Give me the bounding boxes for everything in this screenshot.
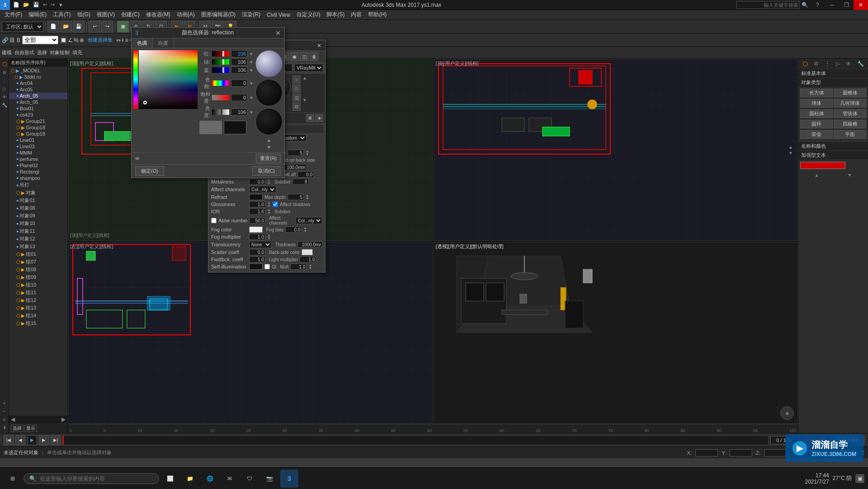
light-mult-input[interactable] — [300, 256, 316, 263]
tree-item[interactable]: ● Rectangl — [9, 169, 67, 175]
icon-create[interactable]: ⬡ — [1, 61, 8, 68]
icon-motion[interactable]: ▷ — [1, 85, 8, 92]
quick-tool-save[interactable]: 💾 — [32, 1, 41, 8]
subtool-select[interactable]: 选择 — [11, 425, 24, 432]
blue-input[interactable] — [231, 66, 247, 74]
title-search-icon[interactable]: 🔍 — [802, 2, 808, 8]
menu-create[interactable]: 创建(C) — [118, 10, 142, 19]
taskbar-file-explorer[interactable]: 📁 — [181, 470, 199, 488]
tree-scroll-left[interactable]: ◀ — [11, 416, 15, 423]
tree-item[interactable]: ⬡ ▶ 组11 — [9, 289, 67, 296]
menu-custom[interactable]: 自定义(U) — [294, 10, 323, 19]
rpanel-scroll-up[interactable]: ▲ — [815, 173, 819, 178]
rpanel-standard-header[interactable]: 标准基本体 — [798, 69, 868, 78]
fog-mult-spinner[interactable]: ▲▼ — [267, 234, 271, 240]
refract-max-depth-spinner[interactable]: ▲▼ — [306, 194, 309, 200]
abbe-checkbox[interactable] — [211, 218, 217, 223]
quick-tool-open[interactable]: 📂 — [22, 1, 31, 8]
tree-item[interactable]: ● Arc04 — [9, 80, 67, 86]
hue-slider[interactable] — [212, 80, 229, 86]
tree-item[interactable]: ● Line03 — [9, 143, 67, 150]
tree-item[interactable]: ● co423 — [9, 112, 67, 118]
animation-track[interactable] — [62, 435, 769, 445]
ior-spinner[interactable]: ▲▼ — [267, 208, 271, 215]
taskbar-mail[interactable]: ✉ — [221, 470, 239, 488]
menu-tools[interactable]: 工具(T) — [50, 10, 73, 19]
menu-content[interactable]: 内容 — [348, 10, 364, 19]
menu-modifier[interactable]: 修改器(M) — [143, 10, 173, 19]
tree-item[interactable]: ● Arch_05 — [9, 93, 67, 99]
rp-modify-icon[interactable]: ⚙ — [814, 61, 819, 67]
tree-item[interactable]: ● Arch_05 — [9, 99, 67, 105]
taskbar-show-desktop[interactable]: ▣ — [855, 474, 864, 483]
subtool-display[interactable]: 显示 — [24, 425, 37, 432]
menu-animation[interactable]: 动画(A) — [174, 10, 198, 19]
btn-teapot[interactable]: 茶壶 — [800, 130, 833, 139]
tool-align[interactable]: ⊧ — [122, 37, 124, 43]
gi-checkbox[interactable] — [264, 264, 270, 269]
taskbar-camera[interactable]: 📷 — [260, 470, 278, 488]
icon-bottom3[interactable]: ≡ — [1, 416, 8, 423]
val-expand[interactable]: ▼ — [249, 110, 254, 115]
rpanel-name-color-header[interactable]: 名称和颜色 — [798, 142, 868, 150]
tree-item[interactable]: ⬡ ▶ 组01 — [9, 250, 67, 258]
tree-item[interactable]: ● Plane02 — [9, 162, 67, 169]
rpanel-scroll-down[interactable]: ▼ — [848, 173, 852, 178]
mat-icon-custom[interactable]: ⊡ — [292, 103, 301, 111]
fwd-bck-input[interactable] — [249, 256, 265, 263]
anim-prev[interactable]: ◀ — [15, 435, 25, 445]
tool-select[interactable]: ▣ — [117, 21, 129, 33]
tool-spinner-snap[interactable]: ⊕ — [80, 37, 84, 43]
taskbar-defender[interactable]: 🛡 — [241, 470, 259, 488]
viewport-perspective[interactable]: [透视][用户定义][默认明暗处理] — [434, 242, 798, 424]
tree-scroll-right[interactable]: ▶ — [61, 416, 66, 423]
fog-mult-input[interactable] — [249, 234, 265, 240]
sub-populate[interactable]: 填充 — [72, 49, 82, 56]
mat-tool-show-hardware[interactable]: ◉ — [290, 52, 299, 61]
btn-torus[interactable]: 圆环 — [800, 120, 833, 128]
hue-expand[interactable]: ▼ — [249, 81, 254, 86]
mat-shader-select[interactable]: VRayMtl — [294, 64, 323, 72]
tree-item[interactable]: ⬡ ▶ Group18 — [9, 131, 67, 137]
tool-unlink[interactable]: ⛓ — [9, 37, 15, 43]
tree-item[interactable]: ● 对象01 — [9, 197, 67, 204]
coord-z-input[interactable] — [764, 449, 787, 456]
btn-sphere[interactable]: 球体 — [800, 99, 833, 108]
quick-tool-more[interactable]: ▼ — [57, 2, 65, 8]
metalness-spinner[interactable]: ▲▼ — [267, 179, 271, 185]
affect-shadows-checkbox[interactable] — [273, 202, 278, 207]
icon-hierarchy[interactable]: ⋮ — [1, 77, 8, 84]
restore-btn[interactable]: ❐ — [839, 0, 854, 10]
anim-next-frame[interactable]: ▶| — [51, 435, 61, 445]
refract-swatch[interactable] — [249, 194, 263, 200]
cancel-button[interactable]: 取消(C) — [252, 166, 281, 176]
mult-input[interactable] — [290, 263, 307, 270]
red-expand[interactable]: ▼ — [249, 52, 254, 56]
tree-item[interactable]: ● Line01 — [9, 137, 67, 143]
sat-expand[interactable]: ▼ — [249, 95, 254, 100]
tree-item[interactable]: ⬡ ▶ 组07 — [9, 258, 67, 266]
tool-angle-snap[interactable]: ∠ — [68, 37, 73, 43]
icon-bottom2[interactable]: − — [1, 408, 8, 415]
mat-nav-extra2[interactable]: ◈ — [315, 114, 323, 122]
quick-tool-undo[interactable]: ↩ — [42, 1, 48, 8]
tree-item[interactable]: ⬡ ▶ 组10 — [9, 281, 67, 289]
tool-open[interactable]: 📂 — [60, 21, 72, 33]
sat-input[interactable] — [231, 94, 247, 101]
anim-next[interactable]: ▶ — [39, 435, 49, 445]
tree-item[interactable]: ⬡ ▶ 组15 — [9, 320, 67, 327]
green-slider[interactable] — [212, 59, 229, 65]
rpanel-object-type-header[interactable]: 对象类型 — [798, 78, 868, 87]
preview-down[interactable]: ▼ — [266, 144, 272, 150]
btn-cone[interactable]: 圆锥体 — [834, 89, 866, 97]
close-btn[interactable]: ✕ — [854, 0, 868, 10]
menu-help[interactable]: 帮助(H) — [365, 10, 389, 19]
tool-mirror[interactable]: ⇔ — [116, 37, 121, 43]
refract-glossiness-input[interactable] — [249, 201, 265, 207]
mat-nav-extra1[interactable]: ⊠ — [306, 114, 314, 122]
menu-render[interactable]: 渲染(R) — [239, 10, 263, 19]
btn-pyramid[interactable]: 四棱锥 — [834, 120, 866, 128]
fog-bias-spinner[interactable]: ▲▼ — [303, 226, 307, 233]
tool-undo[interactable]: ↩ — [89, 21, 100, 33]
tree-item[interactable]: ⬡ ▶ Group21 — [9, 118, 67, 124]
